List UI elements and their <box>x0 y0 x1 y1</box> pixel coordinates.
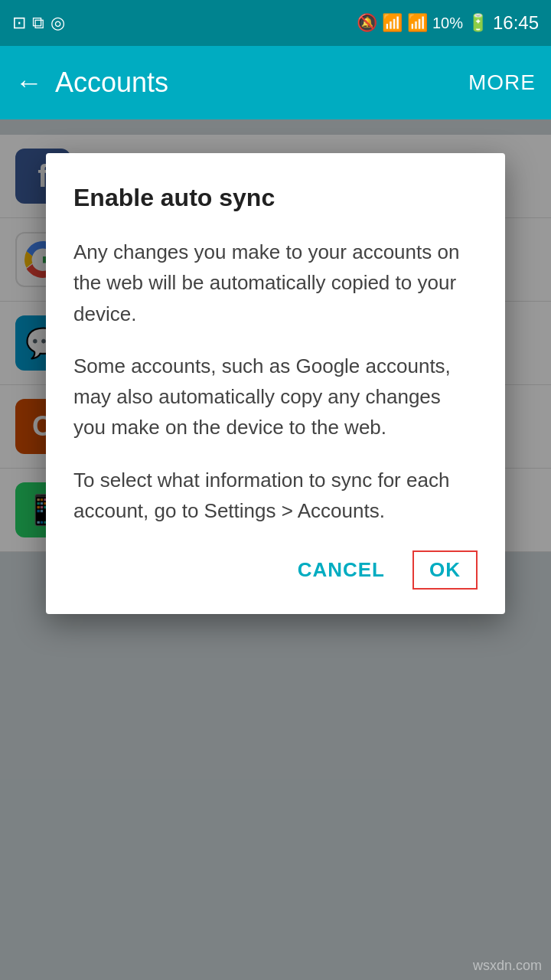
page-title: Accounts <box>55 67 168 99</box>
wifi-icon: 📶 <box>382 13 403 33</box>
battery-icon: 🔋 <box>468 13 488 33</box>
data-icon: ◎ <box>51 13 65 33</box>
back-button[interactable]: ← <box>15 67 43 99</box>
ok-button[interactable]: OK <box>412 550 478 590</box>
dialog-title: Enable auto sync <box>73 184 478 212</box>
status-time: 16:45 <box>493 12 539 34</box>
status-bar-left: ⊡ ⧉ ◎ <box>12 13 65 33</box>
dialog-body-2: Some accounts, such as Google accounts, … <box>73 351 478 443</box>
status-bar: ⊡ ⧉ ◎ 🔕 📶 📶 10% 🔋 16:45 <box>0 0 551 46</box>
enable-autosync-dialog: Enable auto sync Any changes you make to… <box>46 153 505 614</box>
dialog-actions: CANCEL OK <box>73 550 478 590</box>
app-bar-left: ← Accounts <box>15 67 168 99</box>
status-bar-right: 🔕 📶 📶 10% 🔋 16:45 <box>357 12 539 34</box>
signal-icon: 📶 <box>407 13 428 33</box>
more-button[interactable]: MORE <box>468 70 536 95</box>
dialog-body-1: Any changes you make to your accounts on… <box>73 237 478 329</box>
app-bar: ← Accounts MORE <box>0 46 551 119</box>
battery-level: 10% <box>432 15 463 32</box>
screen-icon: ⧉ <box>32 13 44 33</box>
bluetooth-icon: 🔕 <box>357 13 377 33</box>
cancel-button[interactable]: CANCEL <box>285 552 397 588</box>
dialog-body-3: To select what information to sync for e… <box>73 465 478 527</box>
watermark: wsxdn.com <box>473 958 542 974</box>
photo-icon: ⊡ <box>12 13 26 33</box>
